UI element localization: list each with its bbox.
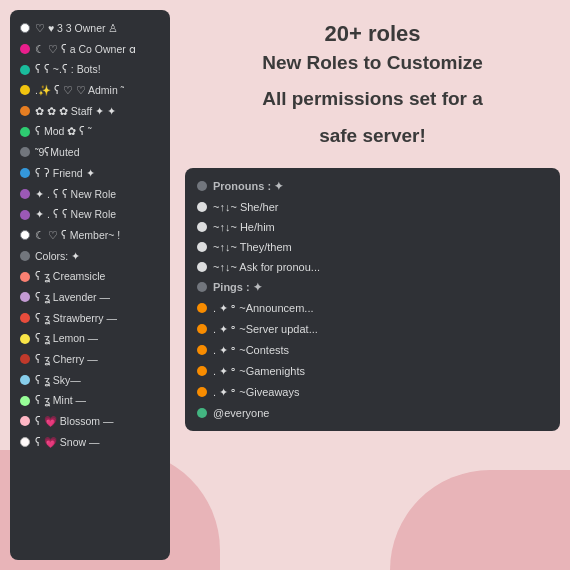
- role-dot: [20, 85, 30, 95]
- left-role-item: ʕ ʓ Cherry —: [16, 349, 164, 370]
- role-text: ˜9ʕMuted: [35, 145, 80, 160]
- role-dot: [20, 437, 30, 447]
- role-text: ʕ Mod ✿ ʕ ˜: [35, 124, 92, 139]
- item-dot: [197, 242, 207, 252]
- left-role-item: ✦ . ʕ ʕ New Role: [16, 184, 164, 205]
- item-dot: [197, 202, 207, 212]
- heading-line2: New Roles to Customize: [195, 51, 550, 76]
- role-dot: [20, 272, 30, 282]
- item-label: . ✦ ᵒ ~Giveaways: [213, 386, 299, 399]
- role-text: ʕ ʓ Lemon —: [35, 331, 98, 346]
- section-dot: [197, 181, 207, 191]
- role-dot: [20, 416, 30, 426]
- section-label: Pings : ✦: [213, 281, 262, 294]
- role-list-item: . ✦ ᵒ ~Announcem...: [195, 298, 550, 319]
- role-list-item: @everyone: [195, 403, 550, 423]
- item-label: ~↑↓~ Ask for pronou...: [213, 261, 320, 273]
- role-dot: [20, 65, 30, 75]
- left-role-item: ʕ ʓ Creamsicle: [16, 266, 164, 287]
- left-role-item: ʕ 💗 Snow —: [16, 432, 164, 453]
- role-text: ʕ ʕ ~.ʕ : Bots!: [35, 62, 101, 77]
- item-label: . ✦ ᵒ ~Announcem...: [213, 302, 314, 315]
- role-dot: [20, 168, 30, 178]
- role-text: ʕ 💗 Blossom —: [35, 414, 114, 429]
- role-text: ʕ ʓ Lavender —: [35, 290, 110, 305]
- role-section-header: Pings : ✦: [195, 277, 550, 298]
- left-role-item: ʕ ʓ Lavender —: [16, 287, 164, 308]
- role-dot: [20, 147, 30, 157]
- role-text: ʕ ʓ Creamsicle: [35, 269, 105, 284]
- role-text: ☾ ♡ ʕ a Co Owner ɑ: [35, 42, 136, 57]
- item-dot: [197, 345, 207, 355]
- item-label: ~↑↓~ They/them: [213, 241, 292, 253]
- role-dot: [20, 189, 30, 199]
- role-list-item: . ✦ ᵒ ~Gamenights: [195, 361, 550, 382]
- role-list-item: ~↑↓~ He/him: [195, 217, 550, 237]
- discord-role-panel: Pronouns : ✦~↑↓~ She/her~↑↓~ He/him~↑↓~ …: [185, 168, 560, 431]
- role-list-item: ~↑↓~ Ask for pronou...: [195, 257, 550, 277]
- left-role-item: ☾ ♡ ʕ a Co Owner ɑ: [16, 39, 164, 60]
- role-text: ʕ ʓ Mint —: [35, 393, 86, 408]
- left-role-item: ☾ ♡ ʕ Member~ !: [16, 225, 164, 246]
- item-dot: [197, 387, 207, 397]
- left-role-item: Colors: ✦: [16, 246, 164, 267]
- role-list-item: ~↑↓~ They/them: [195, 237, 550, 257]
- role-text: ʕ ʓ Sky—: [35, 373, 81, 388]
- role-dot: [20, 44, 30, 54]
- role-text: ʕ ʓ Strawberry —: [35, 311, 117, 326]
- role-text: ʕ ʔ Friend ✦: [35, 166, 95, 181]
- role-dot: [20, 251, 30, 261]
- heading-line1: 20+ roles: [195, 20, 550, 49]
- role-text: ʕ 💗 Snow —: [35, 435, 100, 450]
- left-role-panel: ♡ ♥ 3 3 Owner ♙☾ ♡ ʕ a Co Owner ɑʕ ʕ ~.ʕ…: [10, 10, 170, 560]
- left-role-item: ʕ ʕ ~.ʕ : Bots!: [16, 59, 164, 80]
- role-text: ✦ . ʕ ʕ New Role: [35, 187, 116, 202]
- left-role-item: ʕ ʓ Lemon —: [16, 328, 164, 349]
- role-text: ✦ . ʕ ʕ New Role: [35, 207, 116, 222]
- item-dot: [197, 222, 207, 232]
- role-list-item: . ✦ ᵒ ~Giveaways: [195, 382, 550, 403]
- item-label: ~↑↓~ He/him: [213, 221, 275, 233]
- role-list-item: . ✦ ᵒ ~Contests: [195, 340, 550, 361]
- left-role-item: ʕ ʓ Strawberry —: [16, 308, 164, 329]
- left-role-item: ʕ Mod ✿ ʕ ˜: [16, 121, 164, 142]
- role-dot: [20, 23, 30, 33]
- left-role-item: ʕ ʓ Mint —: [16, 390, 164, 411]
- left-role-item: ✿ ✿ ✿ Staff ✦ ✦: [16, 101, 164, 122]
- role-dot: [20, 354, 30, 364]
- role-text: Colors: ✦: [35, 249, 80, 264]
- item-dot: [197, 366, 207, 376]
- role-text: .✨ ʕ ♡ ♡ Admin ˜: [35, 83, 124, 98]
- role-dot: [20, 127, 30, 137]
- role-dot: [20, 396, 30, 406]
- role-list-item: . ✦ ᵒ ~Server updat...: [195, 319, 550, 340]
- left-role-item: ✦ . ʕ ʕ New Role: [16, 204, 164, 225]
- role-dot: [20, 230, 30, 240]
- item-label: . ✦ ᵒ ~Gamenights: [213, 365, 305, 378]
- item-dot: [197, 262, 207, 272]
- left-role-item: ˜9ʕMuted: [16, 142, 164, 163]
- item-label: ~↑↓~ She/her: [213, 201, 278, 213]
- left-role-item: .✨ ʕ ♡ ♡ Admin ˜: [16, 80, 164, 101]
- heading-line3: All permissions set for a: [195, 87, 550, 112]
- left-role-item: ʕ 💗 Blossom —: [16, 411, 164, 432]
- left-role-item: ʕ ʔ Friend ✦: [16, 163, 164, 184]
- role-text: ✿ ✿ ✿ Staff ✦ ✦: [35, 104, 116, 119]
- role-dot: [20, 375, 30, 385]
- heading-area: 20+ roles New Roles to Customize All per…: [185, 10, 560, 164]
- heading-line4: safe server!: [195, 124, 550, 149]
- left-role-item: ʕ ʓ Sky—: [16, 370, 164, 391]
- role-text: ʕ ʓ Cherry —: [35, 352, 98, 367]
- role-dot: [20, 106, 30, 116]
- right-panel: 20+ roles New Roles to Customize All per…: [185, 10, 560, 431]
- left-role-item: ♡ ♥ 3 3 Owner ♙: [16, 18, 164, 39]
- section-dot: [197, 282, 207, 292]
- wave-decoration-right: [390, 470, 570, 570]
- section-label: Pronouns : ✦: [213, 180, 283, 193]
- role-text: ☾ ♡ ʕ Member~ !: [35, 228, 120, 243]
- role-dot: [20, 334, 30, 344]
- item-label: . ✦ ᵒ ~Contests: [213, 344, 289, 357]
- item-dot: [197, 408, 207, 418]
- item-label: . ✦ ᵒ ~Server updat...: [213, 323, 318, 336]
- item-dot: [197, 324, 207, 334]
